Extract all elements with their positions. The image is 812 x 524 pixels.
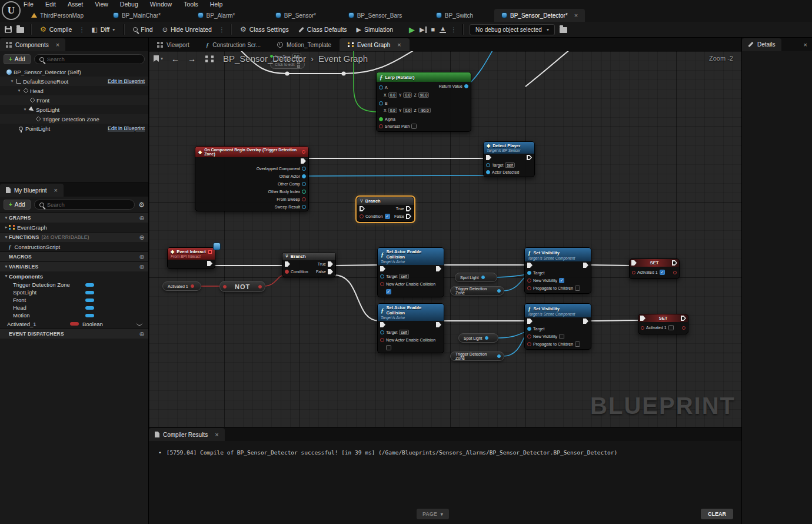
exec-in-pin[interactable] — [380, 266, 385, 271]
exec-out-pin[interactable] — [436, 266, 441, 271]
add-variable-icon[interactable]: ⊕ — [139, 263, 145, 271]
true-pin[interactable] — [328, 261, 333, 267]
simulation-button[interactable]: ▶Simulation — [354, 25, 396, 34]
node-event-interact[interactable]: ◆Event InteractFrom BPI Interact — [167, 247, 215, 269]
tab-viewport[interactable]: Viewport — [149, 38, 198, 51]
menu-tools[interactable]: Tools — [184, 1, 198, 8]
close-icon[interactable]: × — [574, 12, 578, 19]
my-blueprint-search[interactable] — [34, 200, 135, 210]
node-set-activated-top[interactable]: SET Activated 1✓ — [629, 258, 680, 279]
breadcrumb-page[interactable]: Event Graph — [318, 54, 368, 64]
add-graph-icon[interactable]: ⊕ — [139, 214, 145, 222]
new-collision-pin[interactable] — [380, 282, 384, 286]
exec-in-pin[interactable] — [640, 316, 645, 321]
exec-in-pin[interactable] — [486, 155, 491, 160]
bool-in-pin[interactable] — [641, 326, 644, 330]
hide-unrelated-options-icon[interactable]: ⋮ — [219, 26, 224, 33]
components-search-input[interactable] — [47, 56, 139, 62]
propagate-pin[interactable] — [527, 342, 531, 346]
add-button[interactable]: +Add — [4, 200, 31, 210]
alpha-pin[interactable] — [379, 117, 383, 121]
target-pin[interactable] — [380, 274, 384, 278]
menu-edit[interactable]: Edit — [45, 1, 56, 8]
menu-debug[interactable]: Debug — [120, 1, 138, 8]
sweep-result-pin[interactable] — [302, 205, 306, 209]
variable-row[interactable]: Motion — [0, 311, 148, 319]
my-blueprint-search-input[interactable] — [47, 201, 130, 208]
variable-row-activated[interactable]: Activated_1Boolean — [0, 319, 148, 329]
graphs-section-header[interactable]: ▾GRAPHS⊕ — [0, 213, 148, 223]
node-set-visibility-bottom[interactable]: ƒSet VisibilityTarget is Scene Component… — [524, 303, 591, 350]
compile-button[interactable]: ⚙Compile — [38, 25, 74, 34]
object-out-pin[interactable] — [481, 276, 485, 279]
object-out-pin[interactable] — [485, 336, 488, 340]
exec-out-pin[interactable] — [681, 316, 686, 321]
propagate-checkbox[interactable] — [575, 286, 580, 291]
breadcrumb-asset[interactable]: BP_Sensor_Detector — [223, 54, 306, 64]
close-icon[interactable]: × — [397, 41, 401, 48]
add-function-icon[interactable]: ⊕ — [139, 234, 145, 241]
new-collision-checkbox[interactable]: ✓ — [386, 289, 391, 294]
target-pin[interactable] — [527, 327, 531, 331]
getter-activated-1[interactable]: Activated 1 — [162, 281, 201, 291]
node-set-actor-enable-collision-top[interactable]: ƒSet Actor Enable CollisionTarget is Act… — [377, 247, 444, 297]
overlapped-component-pin[interactable] — [302, 167, 306, 171]
target-pin[interactable] — [527, 271, 531, 275]
caret-down-icon[interactable]: ▾ — [16, 88, 22, 93]
getter-trigger-detection-zone[interactable]: Trigger Detection Zone — [450, 351, 504, 361]
delegate-pin[interactable] — [302, 150, 305, 154]
value-field[interactable]: 0.0 — [388, 92, 397, 98]
object-out-pin[interactable] — [497, 354, 501, 358]
tree-row-spotlight[interactable]: ▾SpotLight — [0, 105, 148, 114]
target-value[interactable]: self — [505, 162, 514, 168]
settings-gear-icon[interactable]: ⚙ — [138, 201, 145, 208]
node-set-visibility-top[interactable]: ƒSet VisibilityTarget is Scene Component… — [524, 247, 591, 294]
details-tab[interactable]: Details — [742, 38, 781, 51]
shortest-path-pin[interactable] — [379, 124, 383, 128]
back-button[interactable]: ← — [171, 54, 179, 64]
node-lerp-rotator[interactable]: ƒLerp (Rotator) Return Value A X0.0Y0.0Z… — [376, 72, 471, 132]
bool-in-pin[interactable] — [632, 271, 635, 274]
bool-out-pin[interactable] — [191, 284, 194, 288]
new-collision-checkbox[interactable] — [386, 345, 391, 350]
pin-b[interactable] — [379, 101, 383, 105]
variable-row[interactable]: SpotLight — [0, 288, 148, 296]
node-begin-overlap[interactable]: ◆On Component Begin Overlap (Trigger Det… — [195, 146, 309, 211]
caret-down-icon[interactable]: ▾ — [9, 79, 15, 84]
condition-pin[interactable] — [285, 270, 289, 274]
shortest-path-checkbox[interactable] — [411, 124, 417, 129]
tab-bp-sensor-bars[interactable]: BP_Sensor_Bars — [335, 9, 415, 22]
value-field[interactable]: 0.0 — [403, 92, 412, 98]
tree-row-trigger-zone[interactable]: Trigger Detection Zone — [0, 114, 148, 124]
new-collision-pin[interactable] — [380, 338, 384, 342]
exec-out-pin[interactable] — [301, 158, 306, 164]
forward-button[interactable]: → — [188, 54, 196, 64]
node-branch-selected[interactable]: ⑂Branch True Condition✓False — [357, 197, 414, 222]
diff-button[interactable]: ◧Diff▾ — [89, 25, 117, 34]
menu-asset[interactable]: Asset — [68, 1, 83, 8]
variable-row[interactable]: Head — [0, 304, 148, 311]
compile-options-icon[interactable]: ⋮ — [79, 26, 84, 33]
other-comp-pin[interactable] — [302, 182, 306, 186]
menu-window[interactable]: Window — [150, 1, 172, 8]
node-not[interactable]: NOT — [219, 281, 265, 292]
close-icon[interactable]: × — [56, 41, 59, 48]
bool-out-pin[interactable] — [682, 326, 685, 330]
tab-construction-script[interactable]: ƒConstruction Scr... — [198, 38, 269, 51]
tab-event-graph[interactable]: Event Graph× — [340, 38, 410, 51]
close-icon[interactable]: × — [804, 41, 807, 48]
value-checkbox[interactable] — [668, 325, 674, 330]
exec-in-pin[interactable] — [527, 319, 533, 324]
condition-pin[interactable] — [360, 214, 364, 218]
tab-bp-mainchar[interactable]: BP_MainChar* — [97, 9, 177, 22]
other-actor-pin[interactable] — [302, 174, 306, 178]
value-field[interactable]: 90.0 — [418, 92, 430, 98]
tree-row-front[interactable]: Front — [0, 95, 148, 105]
close-icon[interactable]: × — [54, 187, 58, 194]
pin-a[interactable] — [379, 85, 383, 89]
eject-button[interactable]: ▲ — [440, 26, 446, 33]
bool-out-pin[interactable] — [673, 271, 677, 274]
other-body-index-pin[interactable] — [302, 190, 306, 194]
frame-skip-button[interactable]: ▶ — [420, 26, 426, 33]
clear-button[interactable]: CLEAR — [701, 509, 733, 519]
